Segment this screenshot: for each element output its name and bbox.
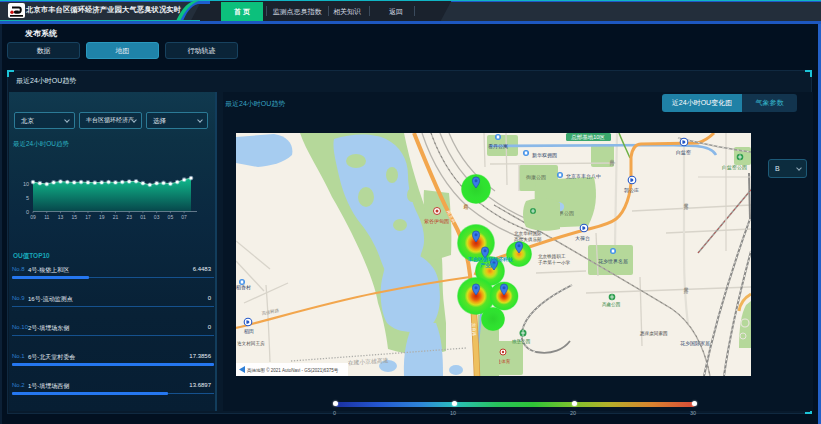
svg-text:狼堡公园: 狼堡公园 [512, 338, 530, 345]
svg-text:21: 21 [113, 214, 119, 220]
svg-text:总部基地10区: 总部基地10区 [570, 134, 605, 141]
svg-text:郭公庄: 郭公庄 [624, 187, 639, 194]
svg-text:稻香村: 稻香村 [236, 284, 251, 291]
svg-text:北京铁路职工: 北京铁路职工 [538, 253, 566, 260]
svg-text:13: 13 [58, 214, 64, 220]
svg-text:0: 0 [26, 209, 29, 215]
svg-text:稻田: 稻田 [244, 328, 254, 335]
svg-text:紫谷伊甸园: 紫谷伊甸园 [424, 218, 449, 225]
svg-text:05: 05 [168, 214, 174, 220]
svg-text:23: 23 [126, 214, 132, 220]
svg-text:新华双拥园: 新华双拥园 [532, 152, 557, 159]
svg-text:高德地图 © 2021 AutoNavi - GS(2021: 高德地图 © 2021 AutoNavi - GS(2021)6375号 [247, 367, 339, 373]
svg-text:19: 19 [99, 214, 105, 220]
svg-text:15: 15 [71, 214, 77, 220]
svg-text:白盆窑: 白盆窑 [676, 149, 691, 156]
svg-text:大葆台: 大葆台 [575, 235, 590, 241]
svg-text:看丹公寓: 看丹公寓 [488, 143, 508, 149]
svg-text:京良路: 京良路 [471, 323, 477, 337]
svg-text:5: 5 [26, 195, 29, 201]
svg-text:07: 07 [181, 214, 187, 220]
svg-text:御康公园: 御康公园 [526, 174, 546, 181]
svg-text:03: 03 [154, 214, 160, 220]
svg-text:子弟第十一小学: 子弟第十一小学 [538, 260, 571, 265]
svg-text:11: 11 [44, 214, 49, 220]
svg-text:北京市丰台八中: 北京市丰台八中 [566, 173, 601, 180]
svg-text:17: 17 [85, 214, 91, 220]
svg-text:09: 09 [30, 214, 36, 220]
svg-text:10: 10 [23, 181, 29, 187]
svg-text:01: 01 [140, 214, 146, 220]
svg-text:产业园: 产业园 [480, 262, 495, 269]
svg-text:花乡世界名居: 花乡世界名居 [598, 258, 628, 265]
svg-text:花乡国际家居: 花乡国际家居 [680, 340, 710, 347]
